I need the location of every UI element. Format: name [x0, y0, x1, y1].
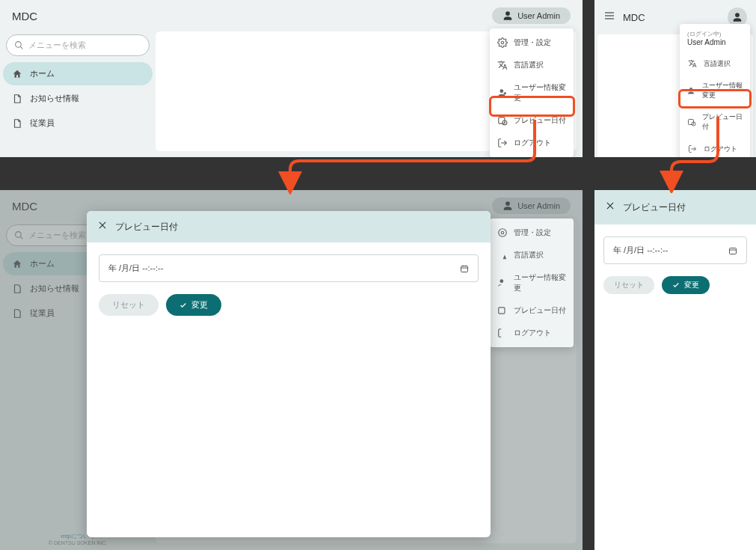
menu-label: ユーザー情報変更 [514, 82, 566, 103]
close-icon [605, 201, 615, 211]
close-icon [97, 220, 108, 230]
mobile-page-body: 年 /月/日 --:--:-- リセット 変更 [594, 224, 756, 539]
modal-buttons: リセット 変更 [99, 294, 479, 316]
svg-rect-28 [730, 248, 737, 254]
menu-label: ユーザー情報変更 [702, 81, 743, 100]
submit-button[interactable]: 変更 [662, 276, 710, 294]
menu-preview-date[interactable]: プレビュー日付 [490, 109, 574, 132]
page-title: プレビュー日付 [623, 201, 686, 214]
mobile-preview-date: プレビュー日付 年 /月/日 --:--:-- リセット 変更 [594, 190, 756, 550]
menu-label: 管理・設定 [514, 227, 551, 238]
date-input[interactable]: 年 /月/日 --:--:-- [99, 254, 479, 282]
menu-label: ログアウト [704, 144, 737, 154]
user-icon [732, 12, 743, 22]
hamburger-icon [603, 10, 615, 22]
user-edit-icon [687, 85, 696, 96]
menu-label: プレビュー日付 [514, 305, 566, 316]
calendar-clock-icon [497, 115, 508, 126]
menu-user-info[interactable]: ユーザー情報変更 [490, 266, 574, 299]
document-icon [12, 118, 22, 129]
search-icon [14, 40, 24, 50]
menu-logout[interactable]: ログアウト [490, 132, 574, 154]
user-name: User Admin [687, 38, 743, 46]
menu-logout[interactable]: ログアウト [680, 138, 750, 157]
menu-label: 言語選択 [704, 59, 731, 69]
translate-icon [687, 58, 698, 69]
menu-label: ログアウト [514, 138, 551, 148]
search-input[interactable]: メニューを検索 [6, 34, 150, 56]
sidebar-label: お知らせ情報 [30, 93, 79, 104]
sidebar-label: 従業員 [30, 117, 55, 129]
menu-label: 言語選択 [514, 250, 544, 260]
date-input[interactable]: 年 /月/日 --:--:-- [603, 236, 747, 264]
calendar-icon [728, 246, 737, 255]
reset-button[interactable]: リセット [603, 276, 654, 294]
reset-label: リセット [112, 299, 145, 311]
modal-close-button[interactable] [97, 220, 108, 233]
user-edit-icon [497, 88, 508, 98]
desktop-menu-open: MDC User Admin メニューを検索 ホーム お知らせ情報 [0, 0, 583, 157]
check-icon [672, 281, 680, 289]
svg-point-2 [501, 41, 504, 44]
svg-rect-19 [499, 308, 505, 314]
mobile-buttons: リセット 変更 [603, 276, 747, 294]
menu-admin-settings[interactable]: 管理・設定 [490, 221, 574, 244]
menu-user-info[interactable]: ユーザー情報変更 [680, 75, 750, 106]
svg-point-18 [500, 279, 504, 283]
gear-icon [497, 227, 508, 238]
menu-label: 管理・設定 [514, 37, 551, 48]
menu-user-info[interactable]: ユーザー情報変更 [490, 76, 574, 109]
menu-preview-date[interactable]: プレビュー日付 [490, 299, 574, 322]
submit-label: 変更 [191, 299, 208, 311]
home-icon [12, 69, 22, 79]
user-edit-icon [497, 278, 508, 288]
menu-language[interactable]: 言語選択 [490, 54, 574, 76]
svg-point-3 [500, 89, 504, 93]
menu-preview-date[interactable]: プレビュー日付 [680, 106, 750, 138]
submit-button[interactable]: 変更 [166, 294, 221, 316]
svg-point-0 [16, 42, 22, 48]
reset-button[interactable]: リセット [99, 294, 159, 316]
preview-date-modal: プレビュー日付 年 /月/日 --:--:-- リセット 変更 [87, 211, 491, 537]
menu-language[interactable]: 言語選択 [680, 52, 750, 75]
app-header: MDC User Admin [0, 0, 583, 31]
back-close-button[interactable] [605, 201, 615, 214]
svg-point-10 [689, 88, 692, 91]
sidebar-label: ホーム [30, 68, 55, 79]
calendar-icon [460, 264, 469, 273]
user-menu-button[interactable]: User Admin [492, 7, 571, 24]
menu-label: プレビュー日付 [702, 112, 743, 132]
user-dropdown-mobile: (ログイン中) User Admin 言語選択 ユーザー情報変更 プレビュー日付… [680, 24, 750, 157]
menu-label: プレビュー日付 [514, 115, 566, 126]
sidebar-item-home[interactable]: ホーム [3, 62, 153, 85]
menu-label: ユーザー情報変更 [514, 272, 566, 293]
user-dropdown-behind: 管理・設定 言語選択 ユーザー情報変更 プレビュー日付 ログアウト [490, 219, 574, 347]
translate-icon [497, 60, 508, 70]
logout-icon [497, 138, 508, 148]
modal-title: プレビュー日付 [115, 221, 178, 233]
date-placeholder: 年 /月/日 --:--:-- [613, 245, 668, 256]
modal-spacer [99, 316, 479, 525]
sidebar-item-news[interactable]: お知らせ情報 [3, 87, 153, 110]
menu-label: 言語選択 [514, 60, 544, 70]
date-placeholder: 年 /月/日 --:--:-- [108, 263, 163, 274]
user-label: User Admin [517, 11, 560, 20]
hamburger-button[interactable] [603, 10, 615, 25]
document-icon [12, 94, 22, 104]
sidebar-item-employees[interactable]: 従業員 [3, 111, 153, 135]
sidebar: メニューを検索 ホーム お知らせ情報 従業員 [0, 31, 156, 157]
modal-body: 年 /月/日 --:--:-- リセット 変更 [87, 242, 491, 537]
translate-icon [497, 250, 508, 260]
modal-header: プレビュー日付 [87, 211, 491, 242]
logout-icon [497, 328, 508, 338]
reset-label: リセット [614, 280, 644, 290]
menu-logout[interactable]: ログアウト [490, 322, 574, 344]
menu-language[interactable]: 言語選択 [490, 244, 574, 266]
svg-rect-22 [461, 266, 468, 272]
user-icon [503, 10, 513, 21]
user-dropdown: 管理・設定 言語選択 ユーザー情報変更 プレビュー日付 ログアウト [490, 28, 574, 157]
menu-admin-settings[interactable]: 管理・設定 [490, 31, 574, 54]
calendar-clock-icon [497, 305, 508, 316]
mobile-page-header: プレビュー日付 [594, 190, 756, 224]
logged-in-label: (ログイン中) [687, 30, 743, 38]
